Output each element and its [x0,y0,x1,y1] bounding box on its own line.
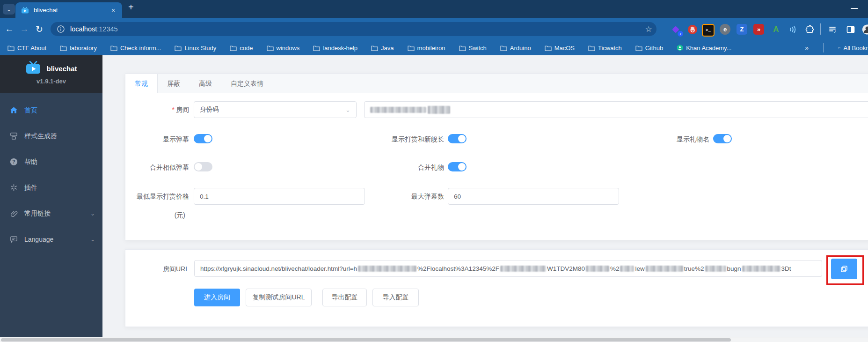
extension-soundwave-icon[interactable] [787,24,798,35]
max-danmaku-input[interactable]: 60 [448,188,619,205]
playlist-icon[interactable]: ♪ [827,24,838,35]
folder-icon [110,45,117,51]
bookmark-item[interactable]: mobileiron [408,45,445,52]
extension-green-a-icon[interactable]: A [771,24,781,35]
blivechat-logo-icon [25,61,41,76]
window-minimize-button[interactable] [851,8,858,9]
copy-test-room-url-button[interactable]: 复制测试房间URL [246,289,312,306]
show-danmaku-switch[interactable] [194,134,212,143]
settings-tabs: 常规 屏蔽 高级 自定义表情 [125,74,868,93]
bookmark-item[interactable]: MacOS [545,45,575,52]
bookmark-item[interactable]: Arduino [500,45,531,52]
tab-advanced[interactable]: 高级 [190,74,221,93]
min-price-unit-label: (元) [137,210,185,220]
new-tab-button[interactable]: + [128,2,134,13]
extension-zotero-icon[interactable]: Z [737,24,747,35]
extension-stop-hand-icon[interactable] [687,24,698,35]
room-url-card: 房间URL https://xfgryujk.sinacloud.net/bli… [125,249,868,327]
bookmark-item[interactable]: Github [635,45,663,52]
extensions-puzzle-icon[interactable] [804,24,815,35]
address-bar[interactable]: localhost:12345 [51,22,656,36]
redacted-url-part [358,266,416,272]
folder-icon [545,45,552,51]
horizontal-scrollbar[interactable] [0,337,868,342]
show-danmaku-label: 显示弹幕 [137,134,189,144]
redacted-url-part [500,266,546,272]
sidebar-item-common-links[interactable]: 常用链接 ⌄ [0,201,102,226]
chevron-down-icon: ⌄ [90,210,95,217]
extension-purple-diamond-icon[interactable]: 7 [670,24,681,35]
folder-icon [838,45,840,51]
folder-icon [371,45,378,51]
bookmark-item[interactable]: CTF About [7,45,46,52]
sidebar-item-home[interactable]: 首页 [0,97,102,123]
bookmark-item[interactable]: windows [267,45,300,52]
merge-similar-switch[interactable] [194,162,212,171]
tab-custom-emotes[interactable]: 自定义表情 [221,74,273,93]
extension-downloader-icon[interactable]: » [753,24,764,35]
site-info-icon[interactable] [57,25,65,33]
room-id-input[interactable] [364,101,868,118]
chevron-down-icon: ⌄ [7,6,11,13]
room-url-input[interactable]: https://xfgryujk.sinacloud.net/blivechat… [194,260,822,277]
list-all-tabs-button[interactable]: ⌄ [3,4,15,15]
import-config-button[interactable]: 导入配置 [372,289,419,306]
tab-close-button[interactable]: × [109,6,117,15]
bookmark-item[interactable]: Ticwatch [588,45,622,52]
sidebar-item-help[interactable]: ? 帮助 [0,149,102,175]
url-host: localhost [70,25,97,33]
back-button[interactable]: ← [3,18,16,40]
sidebar-item-style-generator[interactable]: 样式生成器 [0,123,102,149]
folder-icon [175,45,182,51]
show-gift-name-label: 显示礼物名 [612,134,709,144]
bookmark-item-khan[interactable]: Khan Academy... [677,45,731,52]
bookmark-item[interactable]: Java [371,45,394,52]
export-config-button[interactable]: 导出配置 [322,289,367,306]
bookmark-item[interactable]: laboratory [60,45,97,52]
sidebar-item-language[interactable]: Language ⌄ [0,226,102,252]
folder-icon [7,45,15,51]
tab-block[interactable]: 屏蔽 [158,74,190,93]
khan-academy-icon [677,45,683,51]
bookmark-item[interactable]: Check inform... [110,45,161,52]
extension-bot-icon[interactable]: e [720,24,730,35]
bookmark-item[interactable]: landesk-help [313,45,357,52]
url-port: :12345 [97,25,117,33]
chevron-down-icon: ⌄ [90,236,95,243]
chevron-down-icon: ⌄ [345,106,350,113]
annotation-red-box [826,255,864,285]
bookmark-item[interactable]: Switch [459,45,487,52]
sidebar-panel-icon[interactable] [845,24,856,35]
link-icon [9,209,18,218]
bookmarks-overflow-button[interactable]: » [805,44,809,52]
tab-general[interactable]: 常规 [125,74,158,93]
folder-icon [313,45,320,51]
show-gift-name-switch[interactable] [713,134,732,143]
merge-gift-switch[interactable] [448,162,467,171]
extension-badge: 7 [678,31,683,37]
sidebar-item-plugins[interactable]: 插件 [0,175,102,201]
min-price-label: 最低显示打赏价格 [137,191,189,201]
bookmark-item[interactable]: Linux Study [175,45,216,52]
extension-terminal-icon[interactable]: >_ [702,24,715,37]
forward-button[interactable]: → [18,18,31,40]
blivechat-favicon-icon [21,7,29,14]
room-url-label: 房间URL [137,264,189,274]
profile-avatar[interactable] [862,24,868,35]
browser-tab[interactable]: blivechat × [15,2,122,18]
enter-room-button[interactable]: 进入房间 [194,289,240,306]
show-gifts-label: 显示打赏和新舰长 [350,134,444,144]
room-type-select[interactable]: 身份码 ⌄ [194,101,357,118]
bookmark-star-icon[interactable]: ☆ [642,18,655,40]
app-version: v1.9.1-dev [0,78,102,85]
redacted-url-part [620,266,634,272]
scrollbar-thumb[interactable] [1,338,731,342]
browser-toolbar: ← → ↻ localhost:12345 ☆ 7 >_ e Z » A ♪ [0,18,868,40]
reload-button[interactable]: ↻ [33,18,46,40]
min-price-input[interactable]: 0.1 [194,188,365,205]
all-bookmarks-button[interactable]: All Bookm [838,45,868,52]
show-gifts-switch[interactable] [448,134,467,143]
sidebar-logo-block[interactable]: blivechat v1.9.1-dev [0,55,102,93]
bookmark-item[interactable]: code [230,45,253,52]
sidebar-menu: 首页 样式生成器 ? 帮助 插件 常用链接 ⌄ Language ⌄ [0,97,102,252]
